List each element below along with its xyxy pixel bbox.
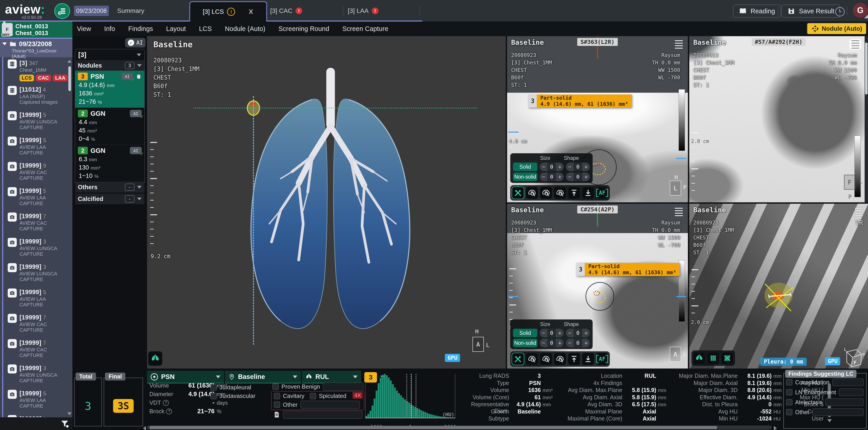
nonsolid-button[interactable]: Non-solid xyxy=(513,172,537,181)
nodule-list-item[interactable]: 2 GGN AI 4.4mm 45mm³ 0~4% xyxy=(75,108,144,145)
worklist-icon[interactable] xyxy=(54,3,70,19)
viewport-coronal[interactable]: S#363(L2R) Baseline 20080923 [3] Chest_1… xyxy=(507,36,688,202)
finding-checkbox[interactable] xyxy=(786,379,793,386)
juxtapleural-checkbox[interactable] xyxy=(211,384,217,391)
nonsolid-shape-stepper[interactable]: −0+ xyxy=(566,172,590,181)
user-avatar[interactable]: G xyxy=(853,3,868,18)
lobe-location-select[interactable]: RUL xyxy=(302,371,361,384)
proven-benign-checkbox[interactable] xyxy=(273,384,279,390)
filter-settings-icon[interactable] xyxy=(60,419,69,428)
lung-half-button[interactable] xyxy=(554,187,566,199)
solid-size-stepper[interactable]: −0+ xyxy=(540,163,564,171)
nodule-callout[interactable]: 3 Part-solid4.9 (14.6) mm, 61 (1636) mm³ xyxy=(577,263,680,276)
menu-item[interactable]: Screen Capture xyxy=(342,25,388,33)
finding-input[interactable] xyxy=(832,378,864,386)
save-result-button[interactable]: Save Result xyxy=(781,4,840,18)
juxtavascular-checkbox[interactable] xyxy=(211,393,217,399)
finding-checkbox[interactable] xyxy=(786,399,793,405)
help-icon[interactable]: ? xyxy=(163,400,169,406)
series-list-item[interactable]: [19999]7 AVIEW CAC CAPTURE xyxy=(8,210,72,236)
lung-search-button[interactable] xyxy=(526,187,538,199)
lung-half-button[interactable] xyxy=(554,353,566,365)
menu-item[interactable]: Layout xyxy=(166,25,186,33)
histogram-threshold-line[interactable] xyxy=(406,374,407,418)
series-list-item[interactable]: [19999]5 AVIEW LAA CAPTURE xyxy=(8,185,72,210)
lung-search-button[interactable] xyxy=(526,353,538,365)
series-list-item[interactable]: [11012]4 LAA (INSP) Captured Images xyxy=(8,84,72,109)
nonsolid-size-stepper[interactable]: −0+ xyxy=(540,172,564,181)
histogram-threshold-line[interactable] xyxy=(411,374,412,418)
reading-button[interactable]: Reading xyxy=(733,4,781,18)
series-list-item[interactable]: [19999]5 AVIEW LAA CAPTURE xyxy=(8,413,72,417)
scroll-down-icon[interactable] xyxy=(67,412,71,415)
study-date-chip[interactable]: 09/23/2008 xyxy=(74,6,109,16)
tab-laa[interactable]: [3] LAA ! xyxy=(348,0,378,22)
horizontal-scrollbar[interactable] xyxy=(147,426,772,430)
finding-input[interactable] xyxy=(839,388,864,396)
series-list-item[interactable]: [19999]7 AVIEW CAC CAPTURE xyxy=(8,337,72,362)
grow-up-button[interactable] xyxy=(568,353,580,365)
lung-search-both-button[interactable] xyxy=(540,353,552,365)
solid-shape-stepper[interactable]: −0+ xyxy=(566,163,590,171)
section-calcified[interactable]: Calcified - xyxy=(75,194,144,204)
nonsolid-button[interactable]: Non-solid xyxy=(513,339,537,347)
finding-input[interactable] xyxy=(825,398,864,406)
series-list-item[interactable]: [19999]5 AVIEW LAA CAPTURE xyxy=(8,388,72,413)
hide-overlay-button[interactable] xyxy=(721,352,734,364)
edit-tools-button[interactable] xyxy=(512,353,524,365)
viewport-menu-icon[interactable] xyxy=(673,206,685,217)
nonsolid-shape-stepper[interactable]: −0+ xyxy=(566,339,590,347)
tab-cac[interactable]: [3] CAC ! xyxy=(270,0,302,22)
tab-lcs[interactable]: [3] LCS ! X xyxy=(189,1,267,22)
section-nodules[interactable]: Nodules 3 xyxy=(75,60,144,71)
viewport-menu-icon[interactable] xyxy=(673,39,685,50)
nodule-auto-button[interactable]: Nodule (Auto) xyxy=(807,23,867,35)
trash-icon[interactable] xyxy=(136,73,142,80)
lung-search-both-button[interactable] xyxy=(540,187,552,199)
series-list-item[interactable]: [19999]7 AVIEW CAC CAPTURE xyxy=(8,311,72,337)
hscroll-right-icon[interactable] xyxy=(774,426,777,430)
nonsolid-size-stepper[interactable]: −0+ xyxy=(540,339,564,347)
auto-fit-button[interactable]: AF xyxy=(596,353,609,365)
other-checkbox[interactable] xyxy=(274,401,280,408)
finding-checkbox[interactable] xyxy=(786,409,793,415)
proven-benign-input[interactable] xyxy=(323,383,364,391)
orientation-cube[interactable]: L P F xyxy=(840,343,865,368)
series-list-item[interactable]: [3]347 Chest_1MM LCS CAC LAA xyxy=(8,57,72,84)
note-input[interactable] xyxy=(283,410,363,419)
menu-item[interactable]: Screening Round xyxy=(279,25,329,33)
grow-down-button[interactable] xyxy=(582,187,594,199)
series-list-item[interactable]: [19999]5 AVIEW LUNGCA CAPTURE xyxy=(8,109,72,134)
menu-item[interactable]: Findings xyxy=(128,25,153,33)
ai-toggle-button[interactable]: ✓ AI xyxy=(125,38,146,47)
scroll-up-icon[interactable] xyxy=(67,60,71,63)
nodule-callout[interactable]: 3 Part-solid4.9 (14.6) mm, 61 (1636) mm³ xyxy=(529,95,632,108)
other-input[interactable] xyxy=(300,401,360,409)
close-tab-icon[interactable]: X xyxy=(249,8,253,15)
series-list-item[interactable]: [19999]3 AVIEW LUNGCA CAPTURE xyxy=(8,236,72,261)
slice-scrollbar[interactable] xyxy=(865,36,868,202)
grayscale-colorbar[interactable] xyxy=(855,136,861,197)
histogram-threshold-line[interactable] xyxy=(416,374,416,418)
cavitary-checkbox[interactable] xyxy=(274,393,280,399)
series-list-item[interactable]: [19999]9 AVIEW CAC CAPTURE xyxy=(8,160,72,185)
menu-item[interactable]: Nodule (Auto) xyxy=(225,25,266,33)
finding-checkbox[interactable] xyxy=(786,389,793,395)
series-group-header[interactable]: [3] xyxy=(75,49,144,60)
viewport-vr[interactable]: Baseline VR 20080923 [3] Chest_1MM CHEST… xyxy=(689,204,868,368)
series-list-item[interactable]: [19999]5 AVIEW LAA CAPTURE xyxy=(8,286,72,311)
section-others[interactable]: Others - xyxy=(75,182,144,192)
solid-size-stepper[interactable]: −0+ xyxy=(540,329,564,337)
study-date-node[interactable]: 09/23/2008 Thorax^03_LowDose (Adult) xyxy=(0,38,72,57)
viewport-axial[interactable]: C#254(A2P) Baseline 20080923 [3] Chest_1… xyxy=(507,204,688,368)
menu-item[interactable]: LCS xyxy=(199,25,212,33)
timepoint-select[interactable]: Baseline xyxy=(225,371,301,384)
finding-input[interactable] xyxy=(812,408,864,416)
viewport-3d-overview[interactable]: Baseline 20080923 [3] Chest_1MM CHEST B6… xyxy=(147,36,506,368)
solid-shape-stepper[interactable]: −0+ xyxy=(566,329,590,337)
scrollbar-thumb[interactable] xyxy=(149,426,717,429)
history-clock-icon[interactable] xyxy=(835,7,845,16)
help-icon[interactable]: ? xyxy=(166,408,172,415)
solid-button[interactable]: Solid xyxy=(513,163,537,171)
viewport-menu-icon[interactable] xyxy=(849,39,861,50)
